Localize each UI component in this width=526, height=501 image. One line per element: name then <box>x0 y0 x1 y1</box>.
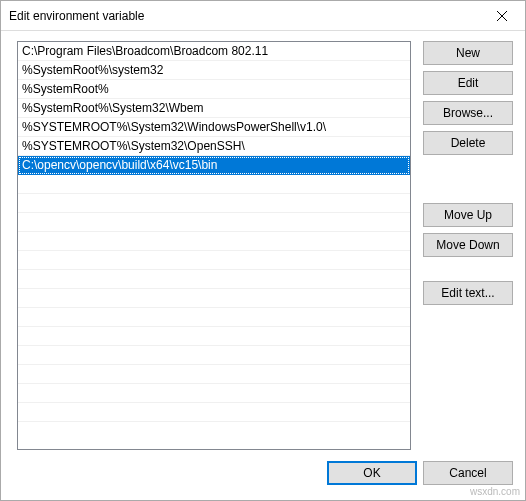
move-down-button[interactable]: Move Down <box>423 233 513 257</box>
list-item-empty[interactable] <box>18 384 410 403</box>
list-item-empty[interactable] <box>18 346 410 365</box>
delete-button[interactable]: Delete <box>423 131 513 155</box>
edit-button[interactable]: Edit <box>423 71 513 95</box>
titlebar: Edit environment variable <box>1 1 525 31</box>
close-button[interactable] <box>479 1 525 31</box>
new-button[interactable]: New <box>423 41 513 65</box>
list-item-empty[interactable] <box>18 194 410 213</box>
list-item[interactable]: C:\Program Files\Broadcom\Broadcom 802.1… <box>18 42 410 61</box>
list-item-empty[interactable] <box>18 175 410 194</box>
list-item[interactable]: %SYSTEMROOT%\System32\WindowsPowerShell\… <box>18 118 410 137</box>
close-icon <box>497 11 507 21</box>
dialog-footer: OK Cancel <box>1 456 525 500</box>
list-item-empty[interactable] <box>18 289 410 308</box>
list-item-empty[interactable] <box>18 308 410 327</box>
list-item[interactable]: %SYSTEMROOT%\System32\OpenSSH\ <box>18 137 410 156</box>
edit-text-button[interactable]: Edit text... <box>423 281 513 305</box>
spacer <box>423 161 513 197</box>
dialog-window: Edit environment variable C:\Program Fil… <box>0 0 526 501</box>
list-item[interactable]: %SystemRoot%\System32\Wbem <box>18 99 410 118</box>
list-item-empty[interactable] <box>18 232 410 251</box>
move-up-button[interactable]: Move Up <box>423 203 513 227</box>
window-title: Edit environment variable <box>9 9 479 23</box>
path-listbox[interactable]: C:\Program Files\Broadcom\Broadcom 802.1… <box>17 41 411 450</box>
list-item-empty[interactable] <box>18 327 410 346</box>
list-item[interactable]: %SystemRoot% <box>18 80 410 99</box>
list-item-empty[interactable] <box>18 213 410 232</box>
list-item[interactable]: %SystemRoot%\system32 <box>18 61 410 80</box>
list-item[interactable]: C:\opencv\opencv\build\x64\vc15\bin <box>18 156 410 175</box>
list-item-empty[interactable] <box>18 365 410 384</box>
list-item-empty[interactable] <box>18 403 410 422</box>
button-sidebar: New Edit Browse... Delete Move Up Move D… <box>423 41 513 450</box>
spacer <box>423 263 513 275</box>
cancel-button[interactable]: Cancel <box>423 461 513 485</box>
list-item-empty[interactable] <box>18 270 410 289</box>
ok-button[interactable]: OK <box>327 461 417 485</box>
browse-button[interactable]: Browse... <box>423 101 513 125</box>
content-area: C:\Program Files\Broadcom\Broadcom 802.1… <box>1 31 525 456</box>
list-item-empty[interactable] <box>18 251 410 270</box>
